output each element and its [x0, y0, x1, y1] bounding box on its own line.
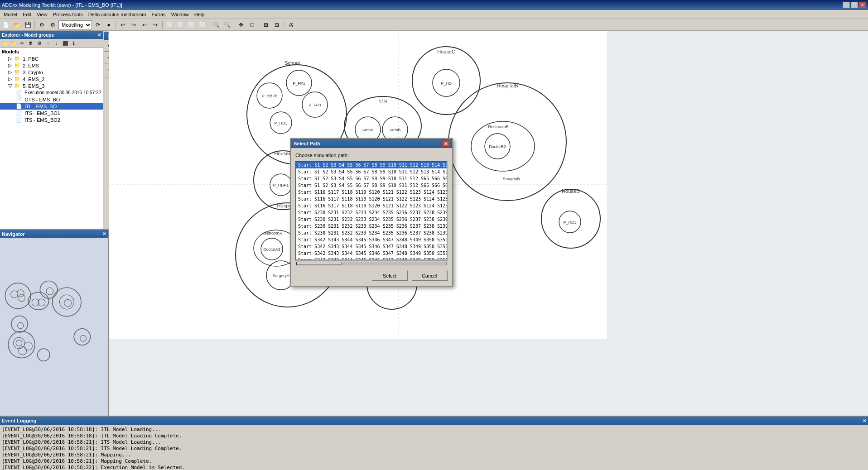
list-item[interactable]: Start S1 S2 S3 S4 S5 S6 S7 S8 S9 S10 S11… [296, 182, 447, 189]
list-item[interactable]: Start S230 S231 S232 S233 S234 S235 S236… [296, 209, 447, 216]
list-item[interactable]: Start S116 S117 S118 S119 S120 S121 S122… [296, 189, 447, 196]
dialog-close-btn[interactable]: ✕ [442, 140, 449, 147]
scrollbar-thumb[interactable] [297, 262, 342, 265]
dialog-label: Choose simulation path: [295, 153, 448, 158]
select-button[interactable]: Select [371, 270, 408, 281]
list-item[interactable]: Start S230 S231 S232 S233 S234 S235 S236… [296, 223, 447, 230]
dialog-overlay: Select Path ✕ Choose simulation path: St… [109, 31, 868, 416]
list-item[interactable]: Start S116 S117 S118 S119 S120 S121 S122… [296, 196, 447, 202]
list-item[interactable]: Start S230 S231 S232 S233 S234 S235 S236… [296, 230, 447, 236]
dialog-buttons: Select Cancel [295, 270, 448, 281]
list-item[interactable]: Start S1 S2 S3 S4 S5 S6 S7 S8 S9 S10 S11… [296, 162, 447, 168]
dialog-scrollbar [295, 260, 448, 266]
scrollbar-track[interactable] [296, 262, 447, 265]
list-item[interactable]: Start S116 S117 S118 S119 S120 S121 S122… [296, 202, 447, 209]
list-item[interactable]: Start S230 S231 S232 S233 S234 S235 S236… [296, 216, 447, 223]
list-item[interactable]: Start S342 S343 S344 S345 S346 S347 S348… [296, 243, 447, 250]
list-item[interactable]: Start S342 S343 S344 S345 S346 S347 S348… [296, 257, 447, 260]
list-item[interactable]: Start S342 S343 S344 S345 S346 S347 S348… [296, 236, 447, 243]
canvas-area: School P_FP1 P_HBP8 P_FP3 P_HD3 HouseC [109, 31, 868, 416]
dialog-body: Choose simulation path: Start S1 S2 S3 S… [291, 148, 452, 286]
cancel-button[interactable]: Cancel [411, 270, 448, 281]
list-item[interactable]: Start S1 S2 S3 S4 S5 S6 S7 S8 S9 S10 S11… [296, 168, 447, 175]
list-item[interactable]: Start S342 S343 S344 S345 S346 S347 S348… [296, 250, 447, 257]
list-item[interactable]: Start S1 S2 S3 S4 S5 S6 S7 S8 S9 S10 S11… [296, 175, 447, 182]
dialog-listbox[interactable]: Start S1 S2 S3 S4 S5 S6 S7 S8 S9 S10 S11… [295, 161, 448, 260]
dialog-title-bar: Select Path ✕ [291, 139, 452, 148]
select-path-dialog: Select Path ✕ Choose simulation path: St… [290, 138, 453, 287]
dialog-title-text: Select Path [294, 141, 320, 146]
